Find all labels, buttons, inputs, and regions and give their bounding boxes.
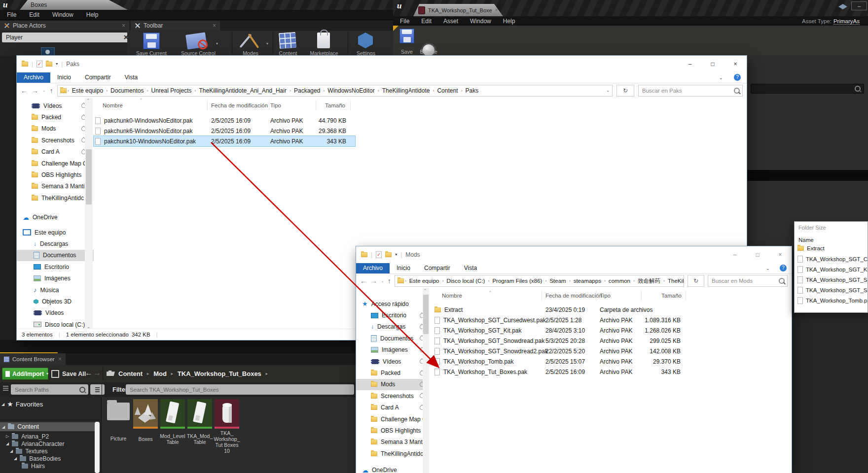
sidebar-item-card-a[interactable]: Card A [356,402,429,413]
breadcrumb-item[interactable]: Paks [463,87,480,94]
breadcrumb-item[interactable]: Packaged [292,87,322,94]
file-row[interactable]: Extract 23/4/2025 0:19 Carpeta de archiv… [433,304,709,315]
tab-toolbar[interactable]: Toolbar × [131,21,220,31]
sidebar-item-screenshots[interactable]: Screenshots [356,390,429,402]
sidebar-item-mods[interactable]: Mods [17,123,94,135]
folder-qat-icon[interactable] [46,62,52,67]
scrollbar-thumb[interactable] [423,295,429,334]
scroll-up-icon[interactable]: ^ [87,98,89,102]
history-chevron-icon[interactable]: ⌄ [381,279,384,283]
folder-qat-icon[interactable] [385,252,392,257]
chevron-down-icon[interactable]: ▾ [266,41,268,46]
expander-icon[interactable]: ◢ [10,449,13,453]
search-input[interactable] [711,277,778,284]
breadcrumb-item[interactable]: TheKillingAntidote [380,87,432,94]
ribbon-tab-inicio[interactable]: Inicio [50,72,78,83]
menu-file[interactable]: File [7,11,16,18]
column-tipo[interactable]: Tipo [270,102,281,108]
file-row[interactable]: pakchunk6-WindowsNoEditor.pak 2/5/2025 1… [94,126,355,136]
qat-customize-icon[interactable]: ▾ [395,252,397,257]
place-actors-search-input[interactable] [5,34,121,41]
ribbon-tab-vista[interactable]: Vista [457,263,484,273]
sort-indicator[interactable]: ^ [140,97,142,101]
scroll-up-icon[interactable]: ^ [424,288,426,292]
sidebar-item-musica[interactable]: ♪Música [17,284,94,296]
breadcrumb-item[interactable]: Este equipo [407,278,441,284]
marketplace-button[interactable] [317,33,330,48]
column-fecha[interactable]: Fecha de modificación [211,102,268,108]
save-button[interactable] [399,29,414,43]
file-row[interactable]: TKA_Workshop_SGT_Kit.pak 28/4/2025 3:10 … [433,325,709,336]
file-row[interactable]: TKA_Workshop_SGT_Snowdread2.pak 22/2/202… [433,346,709,356]
search-paths-input[interactable] [14,386,77,393]
close-button[interactable]: × [769,247,792,262]
back-arrow-icon[interactable]: ← [85,369,93,377]
tab-place-actors[interactable]: Place Actors × [0,21,129,31]
ribbon-tab-archivo[interactable]: Archivo [17,72,50,83]
breadcrumb-item[interactable]: Content [435,87,460,94]
sort-indicator[interactable]: ^ [489,290,491,294]
add-import-button[interactable]: Add/Import ▾ [2,368,48,380]
file-row[interactable]: TKA_Workshop_Tomb.pak 2/5/2025 15:07 Arc… [433,356,709,367]
back-arrow-icon[interactable]: ← [360,277,367,284]
sidebar-item-screenshots[interactable]: Screenshots [17,135,94,146]
nav-pane-scrollbar[interactable]: ^ [423,288,429,473]
file-row-target[interactable]: TKA_Workshop_Tut_Boxes.pak 2/5/2025 16:0… [433,367,709,377]
column-nombre[interactable]: Nombre [442,293,462,299]
column-tipo[interactable]: Tipo [600,293,611,299]
sidebar-item-imagenes[interactable]: Imágenes [17,272,94,284]
menu-help[interactable]: Help [86,11,99,18]
breadcrumb-item[interactable]: Unreal Projects [149,87,193,94]
back-arrow-icon[interactable]: ← [21,87,28,94]
breadcrumb-mod[interactable]: Mod [153,370,167,377]
asset-type-value[interactable]: PrimaryAs [833,18,860,25]
sidebar-item-este-equipo[interactable]: Este equipo [17,227,94,238]
ribbon-expand-icon[interactable]: ⌄ [719,75,734,80]
sidebar-item-thekillingantidote[interactable]: TheKillingAntidc [356,448,429,459]
help-icon[interactable]: ? [780,265,787,271]
menu-edit[interactable]: Edit [421,18,432,25]
expander-icon[interactable]: ◢ [6,441,9,446]
scrollbar-thumb[interactable] [86,149,92,204]
save-all-button[interactable]: Save All [51,368,86,380]
column-nombre[interactable]: Nombre [103,102,123,108]
sidebar-item-videos[interactable]: Vídeos [17,100,94,111]
asset-thumbnail-mod-level-table[interactable] [160,399,185,429]
close-button[interactable]: × [724,57,747,71]
menu-file[interactable]: File [400,18,409,25]
source-control-button[interactable] [185,32,207,49]
close-icon[interactable]: × [213,22,216,29]
breadcrumb-content[interactable]: Content [118,370,143,377]
file-row[interactable]: TKA_Workshop_SGT_Snowdread.pak 5/3/2025 … [433,336,709,346]
maximize-button[interactable]: □ [701,57,724,71]
menu-window[interactable]: Window [470,18,491,25]
save-current-button[interactable] [143,33,160,49]
sidebar-quick-access[interactable]: ★Acceso rápido [356,298,429,309]
column-fecha[interactable]: Fecha de modificación [545,293,602,299]
sidebar-item-imagenes[interactable]: Imágenes [356,344,429,356]
list-item[interactable]: TKA_Workshop_SGT_Curs [797,256,868,263]
asset-thumbnail-tut-boxes[interactable] [215,399,239,429]
list-item[interactable]: TKA_Workshop_SGT_Kit.p [797,266,868,273]
column-name[interactable]: Name [798,237,814,243]
tree-item-basebodies[interactable]: ◢ BaseBodies [14,455,61,462]
ribbon-tab-compartir[interactable]: Compartir [78,72,118,83]
list-item[interactable]: TKA_Workshop_Tomb.pa [797,297,868,304]
qat-customize-icon[interactable]: ▾ [56,62,58,66]
column-tamano[interactable]: Tamaño [632,293,682,299]
refresh-button[interactable]: ↻ [616,85,634,97]
file-row[interactable]: pakchunk0-WindowsNoEditor.pak 2/5/2025 1… [94,115,355,126]
close-icon[interactable]: × [122,22,125,29]
close-icon[interactable]: × [58,356,62,363]
sidebar-item-card-a[interactable]: Card A [17,146,94,158]
checkmark-qat-icon[interactable]: ✓ [36,61,42,68]
sidebar-item-challenge-map[interactable]: Challenge Map C [17,158,94,169]
breadcrumb-item[interactable]: Documentos [108,87,145,94]
sidebar-item-onedrive[interactable]: ☁OneDrive [356,464,429,473]
asset-search-input[interactable] [129,386,351,393]
expander-icon[interactable]: ◢ [1,402,4,406]
sidebar-item-obs-highlights[interactable]: OBS Highlights [356,425,429,436]
address-box[interactable]: › Este equipo› Disco local (C:)› Program… [395,275,684,287]
list-item[interactable]: TKA_Workshop_SGT_Snow [797,276,868,283]
asset-thumbnail-picture[interactable] [107,403,130,420]
